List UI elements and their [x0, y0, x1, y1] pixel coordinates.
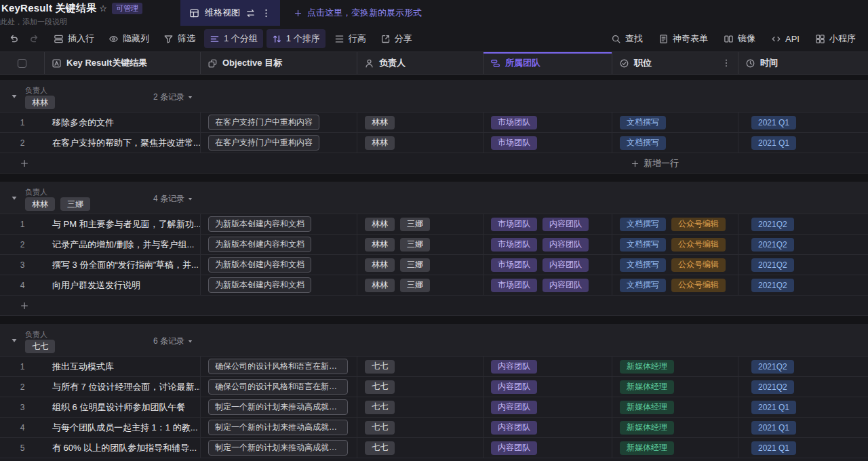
- time-cell[interactable]: 2021Q2: [738, 357, 868, 376]
- permission-badge[interactable]: 可管理: [112, 3, 142, 14]
- key-result-cell[interactable]: 记录产品的增加/删除，并与客户组...: [45, 235, 201, 254]
- member-tag[interactable]: 七七: [365, 360, 395, 374]
- table-row[interactable]: 2记录产品的增加/删除，并与客户组...为新版本创建内容和文档林林三娜市场团队内…: [0, 235, 868, 255]
- role-cell[interactable]: 文档撰写: [612, 113, 738, 132]
- objective-link-tag[interactable]: 确保公司的设计风格和语言在新功能...: [208, 379, 348, 395]
- team-tag[interactable]: 内容团队: [491, 380, 537, 394]
- table-row[interactable]: 3撰写 3 份全面的“发行指南”草稿，并...为新版本创建内容和文档林林三娜市场…: [0, 255, 868, 275]
- key-result-cell[interactable]: 向用户群发送发行说明: [45, 275, 201, 295]
- objective-cell[interactable]: 在客户支持门户中重构内容: [201, 113, 357, 132]
- row-number-cell[interactable]: 2: [0, 133, 45, 153]
- table-row[interactable]: 2与所有 7 位设计经理会面，讨论最新...确保公司的设计风格和语言在新功能..…: [0, 377, 868, 397]
- time-cell[interactable]: 2021Q2: [738, 275, 868, 295]
- objective-cell[interactable]: 制定一个新的计划来推动高成就和快...: [201, 418, 357, 437]
- role-cell[interactable]: 文档撰写: [612, 133, 738, 153]
- column-header-team[interactable]: 所属团队: [484, 52, 612, 74]
- role-cell[interactable]: 新媒体经理: [612, 438, 738, 458]
- redo-icon[interactable]: [29, 33, 40, 44]
- column-header-owner[interactable]: 负责人: [357, 52, 484, 74]
- time-cell[interactable]: 2021Q2: [738, 255, 868, 275]
- time-tag[interactable]: 2021Q2: [751, 218, 794, 231]
- team-cell[interactable]: 市场团队: [484, 133, 612, 153]
- add-view-button[interactable]: 点击这里，变换新的展示形式: [294, 7, 422, 19]
- time-cell[interactable]: 2021 Q1: [738, 113, 868, 132]
- column-header-obj[interactable]: Objective 目标: [201, 52, 357, 74]
- toolbar-group-button[interactable]: 1 个分组: [204, 29, 263, 48]
- table-row[interactable]: 2在客户支持的帮助下，聚焦并改进常...在客户支持门户中重构内容林林市场团队文档…: [0, 133, 868, 153]
- group-record-count[interactable]: 4 条记录: [125, 193, 193, 205]
- objective-cell[interactable]: 制定一个新的计划来推动高成就和快...: [201, 397, 357, 417]
- member-tag[interactable]: 林林: [365, 258, 395, 272]
- role-cell[interactable]: 新媒体经理: [612, 397, 738, 417]
- role-tag[interactable]: 文档撰写: [620, 136, 666, 150]
- row-number-cell[interactable]: 1: [0, 214, 45, 234]
- team-tag[interactable]: 内容团队: [542, 238, 589, 252]
- time-tag[interactable]: 2021Q2: [751, 360, 794, 374]
- role-cell[interactable]: 新媒体经理: [612, 357, 738, 376]
- role-cell[interactable]: 文档撰写公众号编辑: [612, 255, 738, 275]
- team-cell[interactable]: 内容团队: [484, 357, 612, 376]
- role-tag[interactable]: 新媒体经理: [620, 360, 674, 374]
- time-tag[interactable]: 2021Q2: [751, 279, 794, 292]
- role-cell[interactable]: 文档撰写公众号编辑: [612, 214, 738, 234]
- row-number-cell[interactable]: 4: [0, 275, 45, 295]
- owner-cell[interactable]: 林林: [357, 133, 484, 153]
- member-tag[interactable]: 七七: [25, 340, 55, 353]
- column-menu-icon[interactable]: [722, 58, 731, 68]
- member-tag[interactable]: 林林: [25, 96, 55, 109]
- team-cell[interactable]: 市场团队: [484, 113, 612, 132]
- row-number-cell[interactable]: 4: [0, 418, 45, 437]
- team-cell[interactable]: 市场团队内容团队: [484, 275, 612, 295]
- member-tag[interactable]: 林林: [25, 197, 55, 211]
- objective-cell[interactable]: 为新版本创建内容和文档: [201, 275, 357, 295]
- key-result-cell[interactable]: 与 PM 和主要参与者见面，了解新功...: [45, 214, 201, 234]
- owner-cell[interactable]: 林林三娜: [357, 275, 484, 295]
- role-tag[interactable]: 文档撰写: [620, 258, 666, 272]
- time-cell[interactable]: 2021Q2: [738, 235, 868, 254]
- toolbar-insert-row-button[interactable]: 插入行: [48, 29, 100, 48]
- objective-cell[interactable]: 制定一个新的计划来推动高成就和快...: [201, 438, 357, 458]
- role-cell[interactable]: 文档撰写公众号编辑: [612, 275, 738, 295]
- owner-cell[interactable]: 林林三娜: [357, 235, 484, 254]
- team-tag[interactable]: 市场团队: [491, 136, 537, 150]
- role-tag[interactable]: 公众号编辑: [671, 238, 726, 252]
- table-row[interactable]: 5有 60% 以上的团队参加指导和辅导...制定一个新的计划来推动高成就和快..…: [0, 438, 868, 458]
- objective-link-tag[interactable]: 为新版本创建内容和文档: [208, 257, 311, 273]
- time-tag[interactable]: 2021Q2: [751, 258, 794, 272]
- team-tag[interactable]: 内容团队: [491, 441, 537, 455]
- collapse-group-icon[interactable]: [10, 194, 18, 202]
- team-cell[interactable]: 内容团队: [484, 418, 612, 437]
- team-tag[interactable]: 内容团队: [542, 258, 589, 272]
- time-cell[interactable]: 2021 Q1: [738, 438, 868, 458]
- row-number-cell[interactable]: 3: [0, 255, 45, 275]
- time-tag[interactable]: 2021 Q1: [751, 401, 796, 414]
- owner-cell[interactable]: 林林三娜: [357, 214, 484, 234]
- add-row-button[interactable]: [0, 296, 868, 316]
- team-tag[interactable]: 市场团队: [491, 238, 537, 252]
- key-result-cell[interactable]: 有 60% 以上的团队参加指导和辅导...: [45, 438, 201, 458]
- time-cell[interactable]: 2021 Q1: [738, 418, 868, 437]
- team-tag[interactable]: 内容团队: [542, 279, 589, 292]
- toolbar-hide-field-button[interactable]: 隐藏列: [103, 29, 155, 48]
- team-cell[interactable]: 内容团队: [484, 397, 612, 417]
- member-tag[interactable]: 林林: [365, 279, 395, 292]
- column-header-time[interactable]: 时间: [738, 52, 868, 74]
- role-tag[interactable]: 新媒体经理: [620, 401, 674, 414]
- row-number-cell[interactable]: 1: [0, 113, 45, 132]
- column-header-kr[interactable]: Key Result关键结果: [45, 52, 201, 74]
- row-number-cell[interactable]: 2: [0, 235, 45, 254]
- objective-cell[interactable]: 在客户支持门户中重构内容: [201, 133, 357, 153]
- row-number-cell[interactable]: 1: [0, 357, 45, 376]
- role-tag[interactable]: 新媒体经理: [620, 421, 674, 435]
- tab-grid-view[interactable]: 维格视图: [180, 0, 280, 26]
- collapse-group-icon[interactable]: [10, 92, 18, 100]
- role-tag[interactable]: 公众号编辑: [671, 218, 726, 231]
- select-all-cell[interactable]: [0, 52, 45, 74]
- table-row[interactable]: 1推出互动模式库确保公司的设计风格和语言在新功能...七七内容团队新媒体经理20…: [0, 357, 868, 377]
- time-tag[interactable]: 2021Q2: [751, 380, 794, 394]
- add-row-plus-icon[interactable]: [20, 301, 29, 310]
- row-number-cell[interactable]: 3: [0, 397, 45, 417]
- member-tag[interactable]: 七七: [365, 380, 395, 394]
- member-tag[interactable]: 三娜: [400, 218, 430, 231]
- table-row[interactable]: 1移除多余的文件在客户支持门户中重构内容林林市场团队文档撰写2021 Q1: [0, 113, 868, 133]
